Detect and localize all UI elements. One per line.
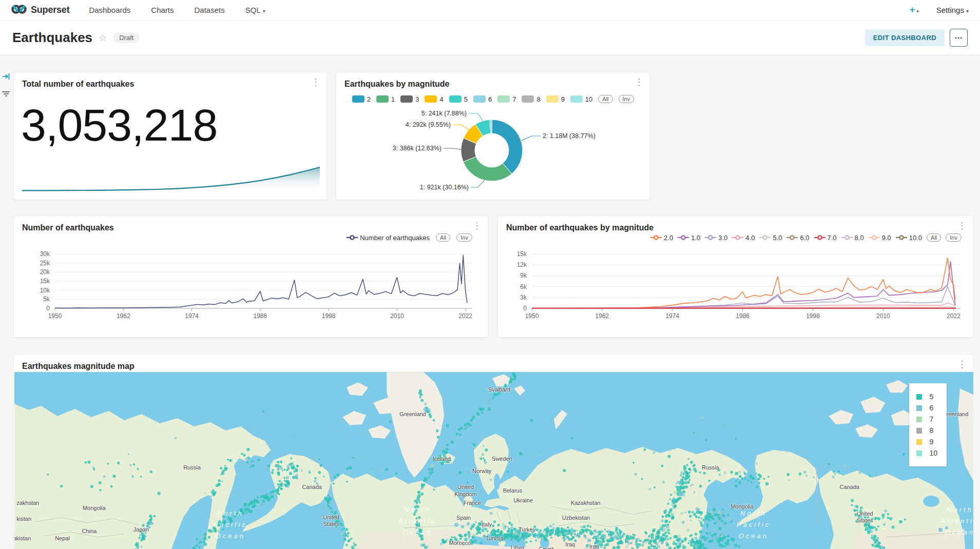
line-legend-inv-button[interactable]: Inv xyxy=(456,233,472,242)
svg-text:1998: 1998 xyxy=(806,312,820,320)
legend-item-8.0[interactable]: 8.0 xyxy=(841,234,864,242)
line-legend-all-button[interactable]: All xyxy=(436,233,450,242)
country-label: Ukraine xyxy=(513,497,533,504)
magnitude-legend-all-button[interactable]: All xyxy=(927,233,941,242)
nav-item-datasets[interactable]: Datasets xyxy=(195,6,225,14)
donut-slice-1[interactable] xyxy=(463,156,512,181)
expand-filter-bar-icon[interactable] xyxy=(2,73,10,82)
legend-label: 6.0 xyxy=(800,234,809,242)
donut-legend-item[interactable]: 1 xyxy=(376,95,395,103)
legend-item-10.0[interactable]: 10.0 xyxy=(896,234,922,242)
country-label: France xyxy=(464,500,481,507)
map-legend-item[interactable]: 6 xyxy=(916,404,937,412)
world-map[interactable]: RussiaMongoliaChinaJapanzakhstankistanPa… xyxy=(14,372,973,549)
legend-label: 3.0 xyxy=(718,234,727,242)
legend-swatch xyxy=(570,95,583,103)
map-legend-item[interactable]: 9 xyxy=(916,438,937,446)
dashboard-header: Earthquakes ☆ Draft EDIT DASHBOARD ··· xyxy=(0,21,980,55)
card-menu-button[interactable]: ⋮ xyxy=(957,360,967,369)
country-label: Russia xyxy=(183,464,201,472)
donut-legend-item[interactable]: 2 xyxy=(352,95,371,103)
legend-swatch xyxy=(425,95,437,103)
filter-icon[interactable] xyxy=(2,90,10,97)
magnitude-legend-inv-button[interactable]: Inv xyxy=(946,233,962,242)
donut-legend-item[interactable]: 7 xyxy=(497,95,516,103)
page-title: Earthquakes xyxy=(12,30,92,46)
country-label: Nepal xyxy=(55,535,70,542)
settings-menu[interactable]: Settings▾ xyxy=(936,6,969,14)
superset-logo[interactable]: Superset xyxy=(11,4,69,16)
sparkline-chart xyxy=(14,72,328,201)
line-marker-icon xyxy=(650,235,662,240)
country-label: Turkey xyxy=(518,526,535,534)
card-menu-button[interactable]: ⋮ xyxy=(311,77,320,87)
donut-slice-2[interactable] xyxy=(492,120,523,174)
donut-legend-item[interactable]: 3 xyxy=(400,95,419,103)
country-label: kistan xyxy=(16,516,31,523)
card-earthquakes-magnitude-map: Earthquakes magnitude map ⋮ xyxy=(13,354,973,549)
legend-item-5.0[interactable]: 5.0 xyxy=(759,234,782,242)
card-menu-button[interactable]: ⋮ xyxy=(635,77,644,87)
donut-legend-item[interactable]: 10 xyxy=(570,95,592,103)
country-label: Sweden xyxy=(492,456,512,463)
legend-label: 10 xyxy=(585,95,592,103)
edit-dashboard-button[interactable]: EDIT DASHBOARD xyxy=(865,29,945,46)
legend-swatch xyxy=(449,95,462,103)
donut-legend-item[interactable]: 5 xyxy=(449,95,468,103)
card-menu-button[interactable]: ⋮ xyxy=(472,221,482,230)
legend-item-6.0[interactable]: 6.0 xyxy=(786,234,809,242)
country-label: Norway xyxy=(472,468,491,475)
svg-text:1950: 1950 xyxy=(525,312,539,320)
legend-swatch xyxy=(916,417,922,422)
legend-item-2.0[interactable]: 2.0 xyxy=(650,234,673,242)
donut-legend-item[interactable]: 4 xyxy=(425,95,443,103)
favorite-star-icon[interactable]: ☆ xyxy=(99,32,107,44)
country-label: Tunisia xyxy=(485,535,503,542)
nav-item-charts[interactable]: Charts xyxy=(151,6,174,14)
chevron-down-icon: ▾ xyxy=(916,9,919,14)
svg-text:1974: 1974 xyxy=(185,312,199,320)
svg-text:0: 0 xyxy=(523,305,527,312)
map-legend-item[interactable]: 7 xyxy=(916,415,937,423)
card-menu-button[interactable]: ⋮ xyxy=(957,221,967,230)
country-label: Canada xyxy=(302,484,322,491)
map-legend-item[interactable]: 8 xyxy=(916,426,937,435)
nav-item-dashboards[interactable]: Dashboards xyxy=(89,6,130,14)
map-legend-item[interactable]: 10 xyxy=(916,449,937,457)
legend-item-Number of earthquakes[interactable]: Number of earthquakes xyxy=(347,234,430,242)
nav-item-sql[interactable]: SQL▾ xyxy=(245,6,265,14)
legend-all-button[interactable]: All xyxy=(598,95,612,103)
legend-item-7.0[interactable]: 7.0 xyxy=(814,234,837,242)
legend-item-9.0[interactable]: 9.0 xyxy=(869,234,891,242)
draft-badge: Draft xyxy=(113,32,140,43)
top-navbar: Superset Dashboards Charts Datasets SQL▾… xyxy=(0,0,980,21)
map-legend-item[interactable]: 5 xyxy=(916,393,937,401)
legend-item-3.0[interactable]: 3.0 xyxy=(705,234,727,242)
legend-label: 6 xyxy=(488,95,492,103)
svg-text:1986: 1986 xyxy=(253,312,267,320)
svg-text:0: 0 xyxy=(46,305,50,312)
legend-label: 7 xyxy=(512,95,516,103)
legend-item-4.0[interactable]: 4.0 xyxy=(732,234,755,242)
nav-right: +▾ Settings▾ xyxy=(910,5,969,15)
legend-label: 9 xyxy=(929,438,933,446)
new-item-button[interactable]: +▾ xyxy=(910,5,919,15)
svg-text:2022: 2022 xyxy=(458,312,472,320)
legend-inv-button[interactable]: Inv xyxy=(619,95,635,103)
legend-item-1.0[interactable]: 1.0 xyxy=(678,234,700,242)
svg-text:20k: 20k xyxy=(40,268,50,276)
legend-swatch xyxy=(497,95,510,103)
dashboard-more-button[interactable]: ··· xyxy=(950,29,968,47)
card-earthquakes-by-magnitude: Earthquakes by magnitude ⋮ 21345678910Al… xyxy=(336,72,650,200)
donut-legend-item[interactable]: 9 xyxy=(546,95,565,103)
legend-label: 2.0 xyxy=(664,234,673,242)
donut-chart[interactable]: 2: 1.18M (38.77%)1: 921k (30.16%)3: 386k… xyxy=(336,72,651,201)
svg-text:1950: 1950 xyxy=(48,312,62,320)
legend-label: 5 xyxy=(929,393,933,401)
donut-legend-item[interactable]: 6 xyxy=(473,95,492,103)
legend-label: 1 xyxy=(391,95,395,103)
svg-text:15k: 15k xyxy=(517,250,527,258)
svg-text:2022: 2022 xyxy=(947,312,960,320)
svg-text:15k: 15k xyxy=(40,278,50,285)
donut-legend-item[interactable]: 8 xyxy=(522,95,540,103)
